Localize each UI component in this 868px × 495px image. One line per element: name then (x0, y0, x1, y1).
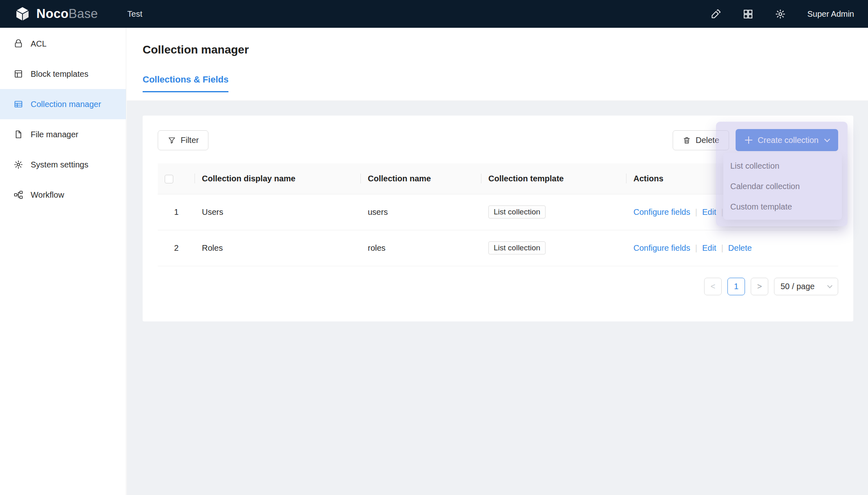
lock-icon (13, 39, 23, 49)
pagination-page-1[interactable]: 1 (727, 278, 745, 295)
configure-fields-link[interactable]: Configure fields (633, 243, 690, 252)
brand-text: NocoBase (36, 7, 98, 21)
sidebar-item-system-settings[interactable]: System settings (0, 149, 126, 180)
chevron-down-icon (827, 283, 832, 288)
plus-icon (745, 136, 753, 144)
layout-icon (13, 69, 23, 79)
sidebar-item-collection-manager[interactable]: Collection manager (0, 89, 126, 119)
delete-button-label: Delete (696, 136, 719, 145)
sidebar-item-label: Collection manager (31, 100, 101, 109)
sidebar-item-label: File manager (31, 130, 78, 139)
page-size-value: 50 / page (781, 282, 814, 291)
pagination: < 1 > 50 / page (158, 278, 838, 295)
cell-display-name: Users (195, 194, 361, 230)
sidebar-item-label: System settings (31, 160, 88, 169)
brand-base: Base (69, 7, 98, 21)
user-name[interactable]: Super Admin (807, 9, 854, 19)
filter-icon (168, 136, 176, 145)
create-collection-label: Create collection (758, 136, 819, 145)
sidebar-item-label: Workflow (31, 190, 64, 200)
delete-link[interactable]: Delete (728, 243, 752, 252)
brand-noco: Noco (36, 7, 69, 21)
sidebar-item-label: ACL (31, 39, 47, 49)
nocobase-logo[interactable]: NocoBase (14, 5, 98, 22)
sidebar-item-block-templates[interactable]: Block templates (0, 59, 126, 89)
column-display-name: Collection display name (195, 163, 361, 194)
cube-logo-icon (14, 5, 31, 22)
configure-fields-link[interactable]: Configure fields (633, 207, 690, 216)
row-index: 2 (158, 230, 195, 266)
chevron-down-icon (824, 136, 830, 142)
pagination-prev-button[interactable]: < (704, 278, 722, 295)
main-content: Collection manager Collections & Fields … (127, 28, 868, 495)
filter-button-label: Filter (181, 136, 199, 145)
cell-display-name: Roles (195, 230, 361, 266)
action-divider: | (721, 243, 723, 252)
highlighter-icon[interactable] (710, 9, 721, 20)
menu-item-list-collection[interactable]: List collection (723, 156, 842, 176)
cell-actions: Configure fields|Edit|Delete (626, 230, 838, 266)
delete-button[interactable]: Delete (673, 130, 729, 150)
sidebar-item-label: Block templates (31, 69, 88, 79)
filter-button[interactable]: Filter (158, 130, 208, 150)
column-collection-name: Collection name (361, 163, 481, 194)
table-icon (13, 99, 23, 109)
action-divider: | (695, 207, 697, 216)
menu-item-custom-template[interactable]: Custom template (723, 196, 842, 217)
template-tag: List collection (488, 205, 546, 219)
table-row: 2 Roles roles List collection Configure … (158, 230, 838, 266)
sidebar-item-file-manager[interactable]: File manager (0, 119, 126, 149)
cell-collection-template: List collection (481, 230, 626, 266)
page-header: Collection manager Collections & Fields (127, 28, 868, 101)
navbar-right: Super Admin (710, 9, 854, 20)
create-collection-button[interactable]: Create collection (736, 129, 838, 151)
trash-icon (682, 136, 691, 145)
sidebar: ACL Block templates Collection manager F… (0, 28, 126, 495)
column-collection-template: Collection template (481, 163, 626, 194)
appstore-icon[interactable] (743, 9, 754, 20)
select-all-checkbox[interactable] (165, 175, 173, 183)
template-tag: List collection (488, 241, 546, 254)
menu-item-calendar-collection[interactable]: Calendar collection (723, 176, 842, 196)
row-index: 1 (158, 194, 195, 230)
page-title: Collection manager (143, 43, 868, 56)
create-collection-menu: List collection Calendar collection Cust… (723, 153, 842, 220)
sidebar-item-workflow[interactable]: Workflow (0, 180, 126, 210)
pagination-next-button[interactable]: > (751, 278, 768, 295)
nav-menu-test[interactable]: Test (128, 9, 143, 19)
card-toolbar: Filter Delete Create collection (158, 129, 838, 151)
workflow-icon (13, 190, 23, 200)
file-icon (13, 129, 23, 139)
cell-collection-template: List collection (481, 194, 626, 230)
gear-icon[interactable] (775, 9, 786, 20)
cell-collection-name: roles (361, 230, 481, 266)
tab-collections-and-fields[interactable]: Collections & Fields (143, 74, 228, 92)
sidebar-item-acl[interactable]: ACL (0, 29, 126, 59)
action-divider: | (695, 243, 697, 252)
edit-link[interactable]: Edit (702, 243, 716, 252)
gear-icon (13, 160, 23, 169)
page-size-select[interactable]: 50 / page (774, 278, 838, 295)
edit-link[interactable]: Edit (702, 207, 716, 216)
top-navbar: NocoBase Test Super Admin (0, 0, 868, 28)
tabs-bar: Collections & Fields (143, 74, 868, 92)
cell-collection-name: users (361, 194, 481, 230)
